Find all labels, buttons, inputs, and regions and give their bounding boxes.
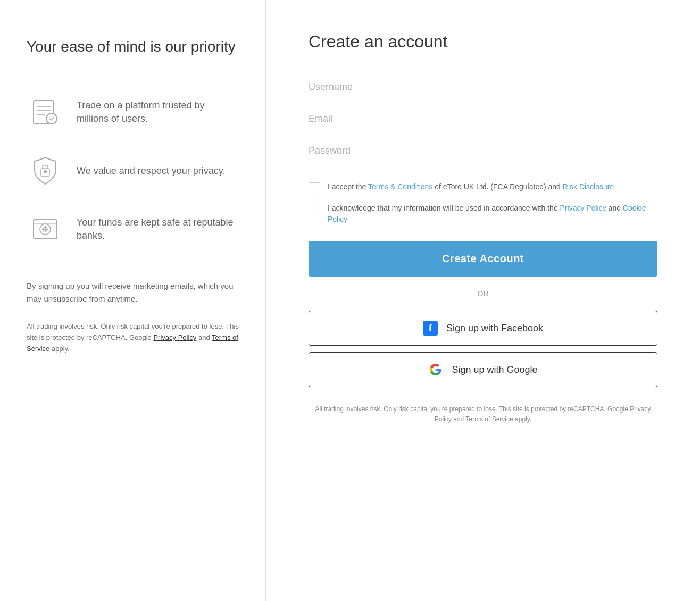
svg-point-4 (46, 113, 57, 124)
divider-line-right (497, 294, 658, 294)
feature-list: Trade on a platform trusted by millions … (27, 83, 239, 258)
privacy-label: I acknowledge that my information will b… (328, 203, 657, 225)
svg-point-6 (44, 171, 46, 173)
feature-text-platform: Trade on a platform trusted by millions … (77, 99, 239, 126)
marketing-note: By signing up you will receive marketing… (27, 280, 239, 305)
right-title: Create an account (309, 32, 657, 52)
divider-line-left (309, 294, 469, 294)
feature-text-funds: Your funds are kept safe at reputable ba… (77, 216, 239, 243)
left-risk-note: All trading involves risk. Only risk cap… (27, 321, 239, 354)
google-btn-label: Sign up with Google (452, 364, 537, 375)
google-icon (428, 362, 443, 377)
feature-item-funds: Your funds are kept safe at reputable ba… (27, 200, 239, 258)
facebook-btn-label: Sign up with Facebook (446, 323, 543, 334)
privacy-policy-link[interactable]: Privacy Policy (560, 204, 606, 212)
checkbox-group: I accept the Terms & Conditions of eToro… (309, 181, 657, 225)
or-divider: OR (309, 289, 657, 298)
bottom-note: All trading involves risk. Only risk cap… (309, 404, 657, 424)
username-group (309, 73, 657, 99)
feature-item-privacy: We value and respect your privacy. (27, 141, 239, 200)
email-group (309, 105, 657, 131)
terms-conditions-link[interactable]: Terms & Conditions (368, 182, 432, 191)
terms-label: I accept the Terms & Conditions of eToro… (328, 181, 614, 193)
left-headline: Your ease of mind is our priority (27, 37, 239, 56)
email-input[interactable] (309, 105, 657, 131)
password-group (309, 137, 657, 163)
left-panel: Your ease of mind is our priority Trade … (0, 0, 266, 601)
checkbox-item-privacy: I acknowledge that my information will b… (309, 203, 657, 225)
left-privacy-link[interactable]: Privacy Policy (153, 333, 196, 341)
funds-icon (27, 211, 64, 248)
create-account-button[interactable]: Create Account (309, 241, 657, 277)
right-panel: Create an account I accept the Terms & C… (266, 0, 700, 601)
password-input[interactable] (309, 137, 657, 163)
or-label: OR (478, 289, 489, 298)
privacy-icon (27, 152, 64, 189)
privacy-checkbox[interactable] (309, 204, 320, 215)
facebook-icon: f (423, 321, 438, 336)
google-signup-button[interactable]: Sign up with Google (309, 352, 657, 387)
feature-text-privacy: We value and respect your privacy. (77, 164, 225, 178)
bottom-tos-link[interactable]: Terms of Service (465, 415, 513, 423)
checkbox-item-terms: I accept the Terms & Conditions of eToro… (309, 181, 657, 194)
username-input[interactable] (309, 73, 657, 99)
terms-checkbox[interactable] (309, 182, 320, 194)
feature-item-platform: Trade on a platform trusted by millions … (27, 83, 239, 141)
facebook-signup-button[interactable]: f Sign up with Facebook (309, 311, 657, 346)
platform-icon (27, 94, 64, 131)
risk-disclosure-link[interactable]: Risk Disclosure (563, 182, 614, 191)
